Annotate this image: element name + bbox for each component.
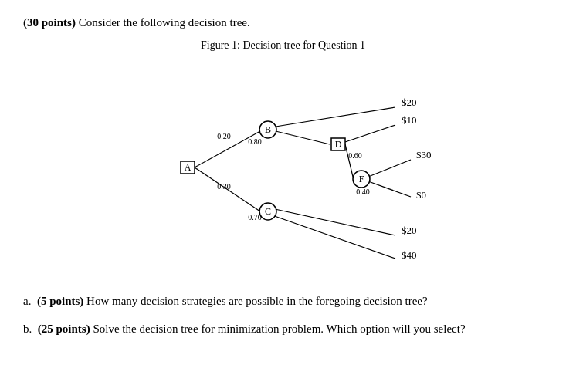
qa-points: (5 points) — [37, 295, 83, 307]
label-b: b. — [23, 323, 32, 335]
outcome-third: $30 — [416, 149, 432, 161]
question-a: a. (5 points) How many decision strategi… — [23, 292, 543, 310]
svg-line-2 — [276, 107, 395, 127]
outcome-top: $20 — [402, 96, 417, 108]
qb-text: Solve the decision tree for minimization… — [93, 323, 465, 335]
label-a: a. — [23, 295, 31, 307]
svg-line-9 — [268, 214, 395, 259]
svg-line-5 — [345, 144, 353, 177]
outcome-fourth: $0 — [416, 189, 426, 201]
node-D-label: D — [334, 139, 341, 150]
svg-line-6 — [368, 160, 411, 177]
tree-svg: A B C D F 0.20 0.80 0.30 0.70 0.60 — [117, 59, 449, 275]
outcome-fifth: $20 — [402, 225, 417, 236]
decision-tree: A B C D F 0.20 0.80 0.30 0.70 0.60 — [117, 59, 449, 275]
node-A-label: A — [184, 162, 191, 173]
svg-line-3 — [276, 131, 330, 144]
outcome-sixth: $40 — [402, 249, 417, 261]
svg-line-8 — [268, 208, 395, 235]
intro-text: (30 points) Consider the following decis… — [23, 14, 543, 32]
label-B-val: 0.80 — [248, 137, 262, 146]
figure-area: Figure 1: Decision tree for Question 1 — [23, 39, 543, 279]
qa-text: How many decision strategies are possibl… — [86, 295, 428, 307]
label-C-val: 0.70 — [248, 213, 262, 221]
intro-body: Consider the following decision tree. — [76, 16, 250, 29]
question-b: b. (25 points) Solve the decision tree f… — [23, 320, 543, 338]
svg-line-4 — [345, 125, 395, 142]
figure-title: Figure 1: Decision tree for Question 1 — [23, 39, 543, 52]
svg-line-7 — [368, 181, 411, 197]
qb-points: (25 points) — [38, 323, 90, 335]
node-B-label: B — [264, 124, 270, 135]
label-F-val: 0.40 — [356, 188, 370, 196]
label-DF: 0.60 — [348, 151, 362, 160]
intro-points: (30 points) — [23, 16, 76, 29]
node-F-label: F — [358, 174, 364, 184]
label-AC: 0.30 — [217, 182, 231, 191]
label-AB: 0.20 — [217, 132, 231, 140]
node-C-label: C — [264, 206, 270, 217]
outcome-second: $10 — [402, 114, 417, 126]
